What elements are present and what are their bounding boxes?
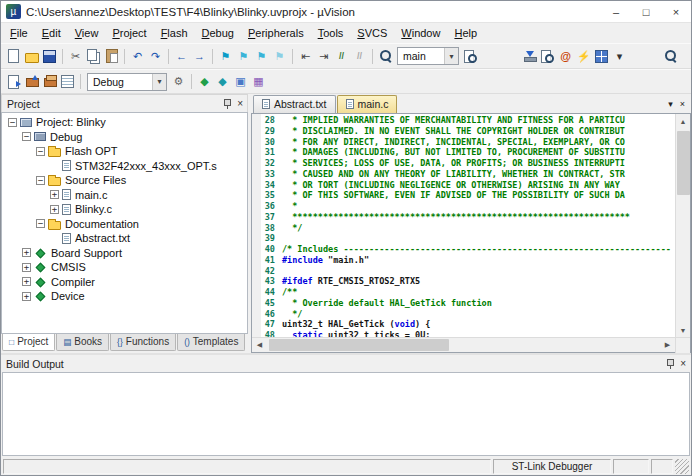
close-button[interactable]: × (661, 1, 691, 22)
panel-tab-books[interactable]: ▤Books (56, 334, 109, 351)
menu-view[interactable]: View (68, 25, 106, 41)
menu-project[interactable]: Project (105, 25, 153, 41)
build-icon[interactable] (23, 73, 40, 90)
tree-item-documentation[interactable]: −Documentation (2, 217, 247, 232)
build-output-pin-icon[interactable] (665, 358, 674, 369)
expand-icon[interactable]: + (22, 292, 31, 301)
uncomment-icon[interactable]: // (351, 48, 368, 65)
search-combobox-dropdown-icon[interactable]: ▾ (444, 48, 458, 64)
cut-icon[interactable]: ✂ (67, 48, 84, 65)
menu-peripherals[interactable]: Peripherals (241, 25, 311, 41)
code-line[interactable]: 41#include "main.h" (252, 255, 675, 266)
code-line[interactable]: 28 * IMPLIED WARRANTIES OF MERCHANTABILI… (252, 115, 675, 126)
scroll-left-icon[interactable]: ◀ (252, 338, 267, 352)
collapse-icon[interactable]: − (36, 147, 45, 156)
code-line[interactable]: 33 * CAUSED AND ON ANY THEORY OF LIABILI… (252, 169, 675, 180)
tree-item-main-c[interactable]: +main.c (2, 188, 247, 203)
menu-window[interactable]: Window (394, 25, 447, 41)
horizontal-scroll-track[interactable] (267, 338, 660, 352)
tree-item-stm32f42xxx-43xxx-opt-s[interactable]: STM32F42xxx_43xxx_OPT.s (2, 159, 247, 174)
vertical-scroll-track[interactable] (676, 128, 690, 323)
horizontal-scroll-thumb[interactable] (269, 339, 449, 351)
expand-icon[interactable]: + (50, 190, 59, 199)
code-line[interactable]: 36 * (252, 201, 675, 212)
search-combobox-value[interactable]: main (398, 48, 444, 64)
document-tab-main-c[interactable]: main.c (337, 95, 398, 113)
window-layout-icon[interactable] (593, 48, 610, 65)
new-file-icon[interactable] (5, 48, 22, 65)
configure-flash-tools-icon[interactable]: @ (557, 48, 574, 65)
pin-icon[interactable] (222, 98, 231, 109)
help-search-icon[interactable] (662, 48, 679, 65)
collapse-icon[interactable]: − (8, 118, 17, 127)
manage-rte-icon[interactable]: ◆ (196, 73, 213, 90)
toggle-bookmark-icon[interactable]: ⚑ (217, 48, 234, 65)
code-line[interactable]: 35 * OF THIS SOFTWARE, EVEN IF ADVISED O… (252, 190, 675, 201)
expand-icon[interactable]: + (50, 205, 59, 214)
translate-file-icon[interactable] (5, 73, 22, 90)
tree-item-flash-opt[interactable]: −Flash OPT (2, 144, 247, 159)
search-combobox[interactable]: main ▾ (397, 47, 459, 65)
panel-tab-templates[interactable]: ()Templates (177, 334, 245, 351)
vertical-scroll-thumb[interactable] (677, 131, 690, 195)
code-line[interactable]: 43#ifdef RTE_CMSIS_RTOS2_RTX5 (252, 276, 675, 287)
manage-components-icon[interactable]: ◆ (214, 73, 231, 90)
scroll-right-icon[interactable]: ▶ (660, 338, 675, 352)
menu-file[interactable]: File (3, 25, 35, 41)
tree-item-abstract-txt[interactable]: Abstract.txt (2, 231, 247, 246)
open-folder-icon[interactable] (23, 48, 40, 65)
undo-icon[interactable]: ↶ (129, 48, 146, 65)
expand-icon[interactable]: + (22, 248, 31, 257)
batch-build-icon[interactable] (59, 73, 76, 90)
code-line[interactable]: 29 * DISCLAIMED. IN NO EVENT SHALL THE C… (252, 126, 675, 137)
project-panel-close-icon[interactable]: × (237, 98, 243, 109)
tree-item-source-files[interactable]: −Source Files (2, 173, 247, 188)
code-line[interactable]: 31 * DAMAGES (INCLUDING, BUT NOT LIMITED… (252, 147, 675, 158)
minimize-button[interactable]: – (601, 1, 631, 22)
tree-item-compiler[interactable]: +Compiler (2, 275, 247, 290)
copy-icon[interactable] (85, 48, 102, 65)
code-line[interactable]: 45 * Override default HAL_GetTick functi… (252, 298, 675, 309)
menu-help[interactable]: Help (447, 25, 484, 41)
rebuild-all-icon[interactable] (41, 73, 58, 90)
target-combobox-dropdown-icon[interactable]: ▾ (152, 74, 166, 90)
code-line[interactable]: 44/** (252, 287, 675, 298)
tree-item-device[interactable]: +Device (2, 289, 247, 304)
unindent-icon[interactable]: ⇤ (297, 48, 314, 65)
tree-item-debug[interactable]: −Debug (2, 130, 247, 145)
build-output-close-icon[interactable]: × (680, 358, 686, 369)
vertical-scrollbar[interactable]: ▲ ▼ (675, 114, 690, 337)
layout-dropdown-icon[interactable]: ▾ (611, 48, 628, 65)
expand-icon[interactable]: + (22, 263, 31, 272)
code-line[interactable]: 46 */ (252, 309, 675, 320)
tree-item-blinky-c[interactable]: +Blinky.c (2, 202, 247, 217)
collapse-icon[interactable]: − (36, 176, 45, 185)
code-line[interactable]: 32 * SERVICES; LOSS OF USE, DATA, OR PRO… (252, 158, 675, 169)
tree-item-board-support[interactable]: +Board Support (2, 246, 247, 261)
horizontal-scrollbar[interactable]: ◀ ▶ (252, 338, 675, 352)
expand-icon[interactable]: + (22, 277, 31, 286)
comment-icon[interactable]: // (333, 48, 350, 65)
navigate-back-icon[interactable]: ← (173, 48, 190, 65)
code-line[interactable]: 42 (252, 266, 675, 277)
prev-bookmark-icon[interactable]: ⚑ (235, 48, 252, 65)
code-area[interactable]: 28 * IMPLIED WARRANTIES OF MERCHANTABILI… (252, 114, 675, 337)
redo-icon[interactable]: ↷ (147, 48, 164, 65)
collapse-icon[interactable]: − (36, 219, 45, 228)
menu-svcs[interactable]: SVCS (350, 25, 394, 41)
menu-flash[interactable]: Flash (154, 25, 195, 41)
menu-tools[interactable]: Tools (311, 25, 351, 41)
panel-tab-functions[interactable]: {}Functions (110, 334, 176, 351)
build-output-content[interactable] (2, 372, 690, 456)
tab-list-dropdown-icon[interactable]: ▾ (668, 99, 673, 109)
indent-icon[interactable]: ⇥ (315, 48, 332, 65)
load-application-icon[interactable] (521, 48, 538, 65)
code-line[interactable]: 34 * OR TORT (INCLUDING NEGLIGENCE OR OT… (252, 180, 675, 191)
scroll-up-icon[interactable]: ▲ (676, 114, 691, 128)
code-line[interactable]: 39 (252, 233, 675, 244)
code-line[interactable]: 48 static uint32_t ticks = 0U; (252, 330, 675, 337)
pack-installer-icon[interactable]: ▦ (250, 73, 267, 90)
find-icon[interactable] (377, 48, 394, 65)
scroll-down-icon[interactable]: ▼ (676, 323, 691, 337)
tree-item-project-blinky[interactable]: −Project: Blinky (2, 115, 247, 130)
